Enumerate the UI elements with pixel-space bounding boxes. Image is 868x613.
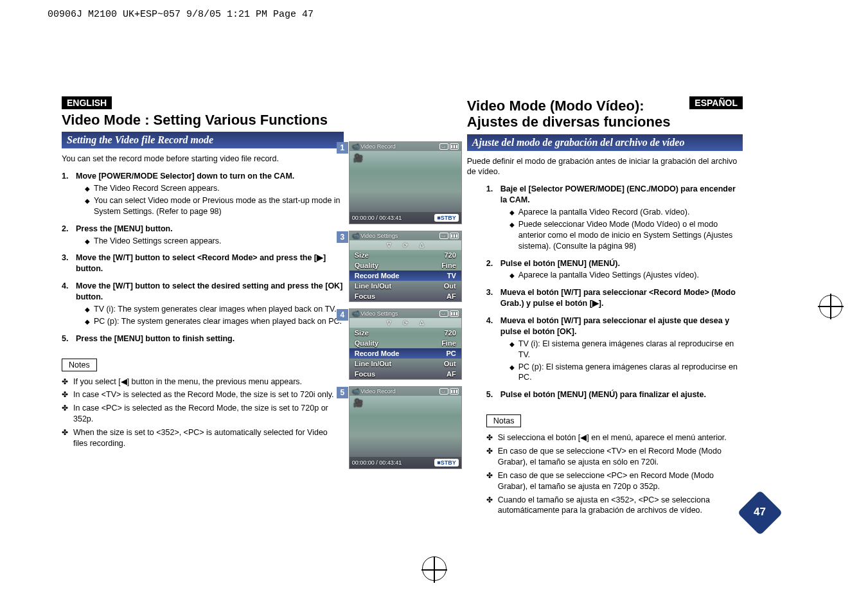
shot4-tabs: ᐁ ⟳ ᐃ (350, 318, 461, 328)
s3-focus-v: AF (447, 292, 456, 300)
left-section-title: Video Mode : Setting Various Functions (62, 112, 344, 128)
right-note2: En caso de que se seleccione <TV> en el … (486, 446, 743, 468)
s4-focus-l: Focus (355, 370, 375, 378)
shot-number-5: 5 (337, 387, 348, 398)
s3-rec-l: Record Mode (355, 272, 400, 280)
shot4-title: 📹 Video Settings (352, 310, 398, 317)
s4-rec-v: PC (446, 350, 456, 357)
left-intro: You can set the record mode before start… (62, 154, 344, 164)
right-step4-head: Mueva el botón [W/T] para seleccionar el… (500, 316, 729, 336)
tab-t-icon: ᐃ (420, 319, 424, 326)
left-step1-b2: You can select Video mode or Previous mo… (85, 195, 344, 217)
shot1-indicators: ▭ ▮▮▮ (439, 143, 459, 150)
battery-icon: ▮▮▮ (450, 143, 459, 150)
shot1-time: 00:00:00 / 00:43:41 (352, 215, 402, 221)
shot1-title: 📹 Video Record (352, 143, 396, 150)
left-subtitle: Setting the Video file Record mode (62, 132, 344, 148)
battery-icon: ▮▮▮ (450, 310, 459, 317)
right-intro: Puede definir el modo de grabación antes… (467, 156, 743, 178)
shot-number-3: 3 (337, 231, 348, 243)
sd-icon: ▭ (439, 310, 448, 317)
right-note1: Si selecciona el botón [◀] en el menú, a… (486, 432, 743, 443)
shot3-indicators: ▭ ▮▮▮ (439, 233, 459, 239)
left-step1-head: Move [POWER/MODE Selector] down to turn … (76, 172, 294, 181)
sd-icon: ▭ (439, 143, 448, 150)
sd-icon: ▭ (439, 388, 448, 395)
s3-focus-l: Focus (355, 292, 375, 300)
left-note3: In case <PC> is selected as the Record M… (62, 403, 344, 425)
s3-line-v: Out (444, 282, 456, 290)
battery-icon: ▮▮▮ (450, 388, 459, 395)
right-note3: En caso de que se seleccione <PC> en Rec… (486, 470, 743, 492)
right-step2-b1: Aparece la pantalla Video Settings (Ajus… (509, 270, 743, 281)
left-step4-head: Move the [W/T] button to select the desi… (76, 281, 342, 301)
print-header-strip: 00906J M2100 UK+ESP~057 9/8/05 1:21 PM P… (48, 9, 314, 20)
s3-qual-l: Quality (355, 262, 378, 269)
crop-cross-bottom (421, 569, 447, 571)
right-column: ESPAÑOL Video Mode (Modo Vídeo): Ajustes… (467, 96, 743, 519)
tab-w-icon: ᐁ (387, 242, 391, 249)
s4-size-l: Size (355, 329, 369, 337)
left-note2: In case <TV> is selected as the Record M… (62, 389, 344, 400)
right-step1-b2: Puede seleccionar Video Mode (Modo Vídeo… (509, 219, 743, 252)
left-step5-head: Press the [MENU] button to finish settin… (76, 334, 235, 343)
s3-line-l: Line In/Out (355, 282, 391, 290)
tab-center-icon: ⟳ (403, 242, 408, 249)
right-step2-head: Pulse el botón [MENU] (MENÚ). (500, 259, 620, 268)
crop-circle-right (819, 295, 842, 318)
lang-badge-es: ESPAÑOL (689, 96, 743, 109)
s4-focus-v: AF (447, 370, 456, 378)
camcorder-icon: 🎥 (353, 154, 363, 163)
left-column: ENGLISH Video Mode : Setting Various Fun… (62, 96, 344, 519)
s3-size-v: 720 (444, 251, 456, 259)
left-note4: When the size is set to <352>, <PC> is a… (62, 427, 344, 449)
screenshot-4: 4 📹 Video Settings ▭ ▮▮▮ ᐁ ⟳ ᐃ Size720 Q… (349, 308, 462, 380)
s4-line-l: Line In/Out (355, 360, 391, 368)
shot1-preview: 🎥 (350, 151, 461, 212)
shot3-tabs: ᐁ ⟳ ᐃ (350, 240, 461, 250)
shot-number-4: 4 (337, 309, 348, 321)
shot5-time: 00:00:00 / 00:43:41 (352, 459, 402, 466)
camcorder-icon: 🎥 (353, 398, 363, 407)
shot3-title: 📹 Video Settings (352, 233, 398, 239)
s3-size-l: Size (355, 251, 369, 259)
left-notes: If you select [◀] button in the menu, th… (62, 377, 344, 449)
right-step4-b1: TV (i): El sistema genera imágenes clara… (509, 339, 743, 360)
battery-icon: ▮▮▮ (450, 233, 459, 239)
shot5-title: 📹 Video Record (352, 388, 396, 395)
left-step1-b1: The Video Record Screen appears. (85, 183, 344, 194)
tab-w-icon: ᐁ (387, 319, 391, 326)
left-steps: Move [POWER/MODE Selector] down to turn … (62, 171, 344, 344)
screenshot-3: 3 📹 Video Settings ▭ ▮▮▮ ᐁ ⟳ ᐃ Size720 Q… (349, 231, 462, 302)
left-step2-head: Press the [MENU] button. (76, 224, 173, 233)
left-note1: If you select [◀] button in the menu, th… (62, 377, 344, 387)
screenshots-column: 1 📹 Video Record ▭ ▮▮▮ 🎥 00:00:00 / 00:4… (349, 96, 462, 519)
s4-qual-l: Quality (355, 339, 378, 347)
screenshot-1: 1 📹 Video Record ▭ ▮▮▮ 🎥 00:00:00 / 00:4… (349, 141, 462, 224)
right-note4: Cuando el tamaño se ajusta en <352>, <PC… (486, 495, 743, 517)
right-step1-b1: Aparece la pantalla Video Record (Grab. … (509, 207, 743, 218)
stby-badge: ■STBY (434, 459, 458, 466)
right-step4-b2: PC (p): El sistema genera imágenes clara… (509, 362, 743, 384)
s3-qual-v: Fine (441, 262, 456, 269)
s3-rec-v: TV (447, 272, 456, 280)
shot4-indicators: ▭ ▮▮▮ (439, 310, 459, 317)
tab-t-icon: ᐃ (420, 242, 424, 249)
right-step5-head: Pulse el botón [MENU] (MENÚ) para finali… (500, 390, 706, 399)
shot5-preview: 🎥 (350, 396, 461, 457)
right-steps: Baje el [Selector POWER/MODE] (ENC./MODO… (467, 184, 743, 400)
right-subtitle: Ajuste del modo de grabación del archivo… (467, 134, 743, 151)
left-step4-b2: PC (p): The system generates clear image… (85, 316, 344, 327)
s4-qual-v: Fine (441, 339, 456, 347)
shot-number-1: 1 (337, 142, 348, 154)
right-step1-head: Baje el [Selector POWER/MODE] (ENC./MODO… (500, 184, 736, 204)
right-notes: Si selecciona el botón [◀] en el menú, a… (467, 432, 743, 516)
left-notes-label: Notes (62, 359, 97, 371)
s4-size-v: 720 (444, 329, 456, 337)
screenshot-5: 5 📹 Video Record ▭ ▮▮▮ 🎥 00:00:00 / 00:4… (349, 386, 462, 469)
right-step3-head: Mueva el botón [W/T] para seleccionar <R… (500, 288, 736, 308)
lang-badge-en: ENGLISH (62, 96, 112, 109)
sd-icon: ▭ (439, 233, 448, 239)
left-step4-b1: TV (i): The system generates clear image… (85, 304, 344, 315)
shot5-indicators: ▭ ▮▮▮ (439, 388, 459, 395)
